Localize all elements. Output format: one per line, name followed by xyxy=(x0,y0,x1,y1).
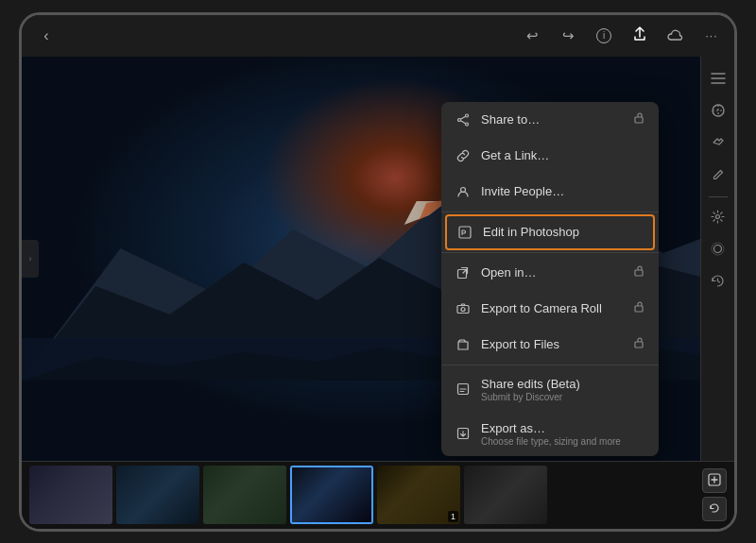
photo-area: › Share to… xyxy=(22,57,700,461)
open-in-right-icon xyxy=(634,265,645,280)
cloud-button[interactable] xyxy=(664,25,687,47)
menu-divider-2 xyxy=(441,252,659,253)
thumb-bg-4 xyxy=(292,467,371,522)
filmstrip-undo-icon xyxy=(708,501,721,518)
top-bar-right: ↩ ↪ i xyxy=(521,25,723,47)
cloud-icon xyxy=(667,27,684,43)
dropdown-overlay: Share to… Get a Link… xyxy=(22,57,700,461)
share-icon xyxy=(632,26,647,44)
menu-item-share-edits-label: Share edits (Beta) Submit by Discover xyxy=(481,377,645,402)
svg-rect-18 xyxy=(457,305,469,313)
menu-item-share-edits[interactable]: Share edits (Beta) Submit by Discover xyxy=(441,367,659,412)
redo-icon: ↪ xyxy=(562,27,575,44)
thumb-bg-6 xyxy=(464,466,547,524)
sidebar-divider-1 xyxy=(709,196,728,197)
sidebar-icon-settings[interactable] xyxy=(704,203,732,231)
top-bar: ‹ ↩ ↪ i xyxy=(22,15,734,57)
export-files-icon xyxy=(455,336,472,353)
export-camera-right-icon xyxy=(634,301,645,315)
back-icon: ‹ xyxy=(43,27,48,44)
info-button[interactable]: i xyxy=(593,25,615,47)
right-sidebar xyxy=(700,57,734,461)
menu-divider-3 xyxy=(441,365,659,365)
svg-point-19 xyxy=(461,307,465,311)
tablet-frame: ‹ ↩ ↪ i xyxy=(19,12,737,532)
thumb-bg-3 xyxy=(203,466,286,524)
filmstrip-actions xyxy=(702,468,727,521)
svg-rect-21 xyxy=(635,342,643,348)
undo-icon: ↩ xyxy=(526,27,539,44)
sidebar-icon-history[interactable] xyxy=(704,267,732,296)
link-icon xyxy=(455,147,472,164)
menu-item-share-to[interactable]: Share to… xyxy=(441,102,659,138)
filmstrip-thumb-5[interactable]: 1 xyxy=(377,466,460,524)
menu-item-export-camera[interactable]: Export to Camera Roll xyxy=(441,291,659,327)
filmstrip-thumb-6[interactable] xyxy=(464,466,547,524)
menu-item-open-in[interactable]: Open in… xyxy=(441,255,659,291)
sidebar-icon-menu[interactable] xyxy=(704,64,732,93)
svg-line-11 xyxy=(460,120,465,123)
app-container: ‹ ↩ ↪ i xyxy=(22,15,734,529)
camera-roll-icon xyxy=(455,300,472,317)
menu-item-open-in-label: Open in… xyxy=(481,265,625,280)
menu-item-get-link-label: Get a Link… xyxy=(481,148,645,162)
share-button[interactable] xyxy=(628,25,651,47)
invite-icon xyxy=(455,183,472,200)
svg-point-7 xyxy=(466,114,469,117)
menu-item-invite[interactable]: Invite People… xyxy=(441,174,659,210)
svg-rect-17 xyxy=(635,270,643,276)
filmstrip-thumb-4-selected[interactable] xyxy=(290,466,373,524)
thumb-bg-2 xyxy=(116,466,199,524)
more-button[interactable]: ··· xyxy=(700,25,723,47)
thumb-bg-5: 1 xyxy=(377,466,460,524)
filmstrip-thumb-2[interactable] xyxy=(116,466,199,524)
undo-button[interactable]: ↩ xyxy=(521,25,543,47)
svg-line-10 xyxy=(460,116,465,119)
redo-button[interactable]: ↪ xyxy=(557,25,579,47)
thumb-badge: 1 xyxy=(448,511,458,522)
export-as-icon xyxy=(455,425,472,442)
sidebar-icon-radial[interactable] xyxy=(704,235,732,263)
main-area: › Share to… xyxy=(22,57,734,461)
menu-item-export-as-label: Export as… Choose file type, sizing and … xyxy=(481,421,645,447)
export-as-sublabel: Choose file type, sizing and more xyxy=(481,436,645,447)
menu-item-edit-photoshop-label: Edit in Photoshop xyxy=(483,225,644,239)
filmstrip-thumb-3[interactable] xyxy=(203,466,286,524)
filmstrip: 1 xyxy=(22,461,734,529)
top-bar-left: ‹ xyxy=(33,23,60,49)
menu-item-export-as[interactable]: Export as… Choose file type, sizing and … xyxy=(441,412,659,456)
add-icon xyxy=(708,473,721,489)
share-edits-sublabel: Submit by Discover xyxy=(481,392,645,402)
info-icon: i xyxy=(596,28,611,43)
filmstrip-undo-button[interactable] xyxy=(702,497,727,521)
svg-rect-20 xyxy=(635,306,643,312)
share-edits-icon xyxy=(455,381,472,398)
sidebar-icon-healing[interactable] xyxy=(704,128,732,157)
svg-point-8 xyxy=(466,123,469,126)
sidebar-icon-presets[interactable] xyxy=(704,96,732,125)
menu-item-export-camera-label: Export to Camera Roll xyxy=(481,301,625,315)
menu-item-edit-photoshop[interactable]: Edit in Photoshop xyxy=(445,214,655,250)
share-to-icon xyxy=(455,111,472,128)
svg-point-29 xyxy=(714,246,722,253)
thumb-bg-1 xyxy=(29,466,112,524)
photoshop-icon xyxy=(456,224,473,241)
context-menu: Share to… Get a Link… xyxy=(441,102,659,456)
menu-item-get-link[interactable]: Get a Link… xyxy=(441,138,659,174)
export-files-right-icon xyxy=(634,337,645,351)
filmstrip-add-button[interactable] xyxy=(702,468,727,493)
svg-rect-12 xyxy=(635,117,643,123)
filmstrip-thumb-1[interactable] xyxy=(29,466,112,524)
sidebar-icon-edit[interactable] xyxy=(704,161,732,189)
open-in-icon xyxy=(455,264,472,281)
svg-point-9 xyxy=(458,118,461,121)
menu-divider-1 xyxy=(441,212,659,212)
menu-item-export-files-label: Export to Files xyxy=(481,337,625,351)
back-button[interactable]: ‹ xyxy=(33,23,60,49)
share-to-right-icon xyxy=(634,112,645,127)
menu-item-invite-label: Invite People… xyxy=(481,184,645,198)
svg-point-28 xyxy=(716,215,720,219)
menu-item-export-files[interactable]: Export to Files xyxy=(441,327,659,363)
menu-item-share-to-label: Share to… xyxy=(481,112,625,127)
more-icon: ··· xyxy=(705,29,717,42)
